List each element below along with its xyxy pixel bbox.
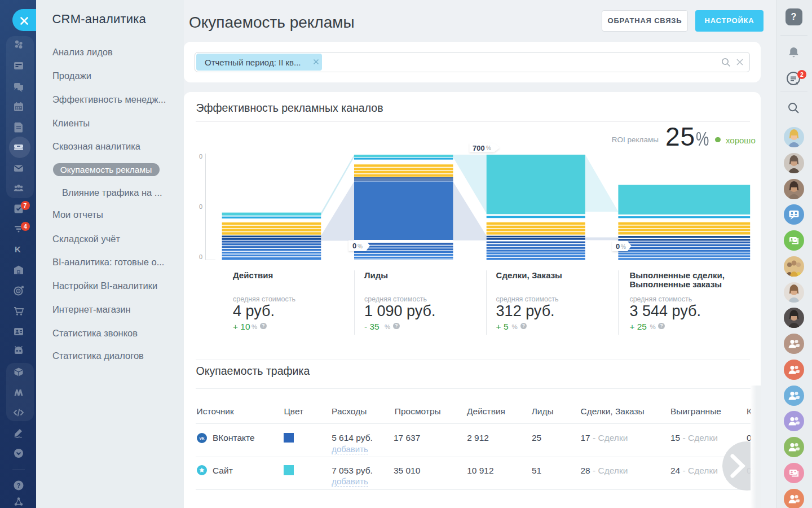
- svg-text:?: ?: [16, 482, 20, 489]
- svg-text:vk: vk: [199, 436, 204, 441]
